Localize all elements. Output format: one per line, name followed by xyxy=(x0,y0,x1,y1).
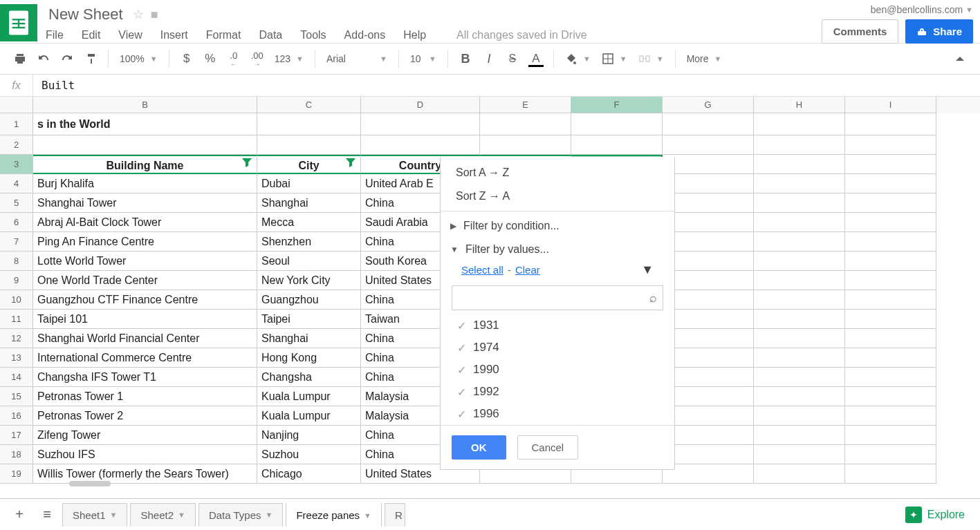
cell[interactable]: Seoul xyxy=(257,252,361,271)
formula-input[interactable]: Built xyxy=(33,79,83,92)
menu-tools[interactable]: Tools xyxy=(300,29,326,41)
cell-E1[interactable] xyxy=(480,113,571,135)
menu-view[interactable]: View xyxy=(118,29,142,41)
tab-sheet1[interactable]: Sheet1▼ xyxy=(62,503,127,527)
cell[interactable] xyxy=(845,271,936,290)
document-title[interactable]: New Sheet xyxy=(46,4,126,25)
cell[interactable] xyxy=(845,329,936,348)
filter-by-values[interactable]: ▼Filter by values... xyxy=(441,238,674,261)
menu-insert[interactable]: Insert xyxy=(160,29,188,41)
cell[interactable]: Lotte World Tower xyxy=(33,252,257,271)
row-header[interactable]: 18 xyxy=(0,445,33,464)
row-header[interactable]: 12 xyxy=(0,329,33,348)
cell[interactable] xyxy=(663,290,754,310)
row-header[interactable]: 6 xyxy=(0,213,33,232)
row-header[interactable]: 7 xyxy=(0,232,33,252)
explore-button[interactable]: ✦ Explore xyxy=(897,507,973,523)
row-header-3[interactable]: 3 xyxy=(0,155,33,174)
cell[interactable]: New York City xyxy=(257,271,361,290)
row-header[interactable]: 14 xyxy=(0,368,33,387)
cell[interactable] xyxy=(663,406,754,426)
cell[interactable]: Guangzhou CTF Finance Centre xyxy=(33,290,257,310)
cell[interactable]: Zifeng Tower xyxy=(33,426,257,445)
cell[interactable] xyxy=(845,426,936,445)
cell[interactable]: Mecca xyxy=(257,213,361,232)
cell-C1[interactable] xyxy=(257,113,361,135)
cell-H1[interactable] xyxy=(754,113,845,135)
cell[interactable]: Willis Tower (formerly the Sears Tower) xyxy=(33,464,257,484)
font-select[interactable]: Arial▼ xyxy=(322,53,391,64)
col-header-G[interactable]: G xyxy=(663,97,754,113)
fill-color-icon[interactable]: ▼ xyxy=(561,53,595,65)
cell[interactable] xyxy=(663,348,754,368)
cell[interactable] xyxy=(754,368,845,387)
filter-icon[interactable] xyxy=(345,155,356,174)
sheets-logo[interactable] xyxy=(0,4,37,41)
row-header[interactable]: 10 xyxy=(0,290,33,310)
cell[interactable] xyxy=(845,213,936,232)
cell[interactable] xyxy=(754,174,845,193)
cell-D1[interactable] xyxy=(361,113,480,135)
filter-value-item[interactable]: ✓1990 xyxy=(452,359,669,381)
funnel-icon[interactable]: ▼ xyxy=(641,263,654,277)
filter-value-item[interactable]: ✓1931 xyxy=(452,314,669,337)
cell[interactable]: Nanjing xyxy=(257,426,361,445)
col-header-I[interactable]: I xyxy=(845,97,936,113)
row-header[interactable]: 16 xyxy=(0,406,33,426)
star-icon[interactable]: ☆ xyxy=(133,7,144,22)
sort-az[interactable]: Sort A → Z xyxy=(441,161,674,184)
cell[interactable]: Shanghai xyxy=(257,329,361,348)
cell[interactable] xyxy=(845,464,936,484)
cell[interactable] xyxy=(754,464,845,484)
filter-search[interactable]: ⌕ xyxy=(452,285,663,310)
move-folder-icon[interactable]: ■ xyxy=(151,8,158,22)
cell[interactable]: Burj Khalifa xyxy=(33,174,257,193)
cell[interactable] xyxy=(845,193,936,213)
row-header[interactable]: 9 xyxy=(0,271,33,290)
cell[interactable]: Abraj Al-Bait Clock Tower xyxy=(33,213,257,232)
bold-icon[interactable]: B xyxy=(455,48,476,69)
col-header-B[interactable]: B xyxy=(33,97,257,113)
row-header[interactable]: 8 xyxy=(0,252,33,271)
horizontal-scrollbar[interactable] xyxy=(69,481,111,486)
cell[interactable] xyxy=(845,290,936,310)
header-building-name[interactable]: Building Name xyxy=(33,155,257,174)
cell[interactable] xyxy=(663,213,754,232)
cell[interactable]: Guangzhou xyxy=(257,290,361,310)
text-color-icon[interactable]: A xyxy=(526,48,546,69)
cell[interactable]: Changsha IFS Tower T1 xyxy=(33,368,257,387)
cell[interactable]: Shanghai World Financial Center xyxy=(33,329,257,348)
currency-icon[interactable]: $ xyxy=(176,48,197,69)
row-header[interactable]: 4 xyxy=(0,174,33,193)
cell[interactable] xyxy=(845,252,936,271)
menu-help[interactable]: Help xyxy=(403,29,426,41)
col-header-E[interactable]: E xyxy=(480,97,571,113)
cell[interactable] xyxy=(663,174,754,193)
borders-icon[interactable]: ▼ xyxy=(598,53,631,65)
col-header-H[interactable]: H xyxy=(754,97,845,113)
row-header[interactable]: 17 xyxy=(0,426,33,445)
all-sheets-icon[interactable]: ≡ xyxy=(35,502,59,527)
cell[interactable] xyxy=(754,252,845,271)
row-header-1[interactable]: 1 xyxy=(0,113,33,135)
cell[interactable] xyxy=(663,252,754,271)
cell[interactable] xyxy=(754,310,845,329)
cell[interactable] xyxy=(845,387,936,406)
share-button[interactable]: Share xyxy=(905,19,973,44)
redo-icon[interactable] xyxy=(57,48,77,69)
collapse-toolbar-icon[interactable] xyxy=(950,48,970,69)
cell[interactable] xyxy=(663,232,754,252)
cell[interactable] xyxy=(845,368,936,387)
cell[interactable] xyxy=(754,406,845,426)
increase-decimal-icon[interactable]: .00→ xyxy=(247,48,268,69)
cell[interactable] xyxy=(663,271,754,290)
cell[interactable] xyxy=(663,310,754,329)
tab-sheet2[interactable]: Sheet2▼ xyxy=(130,503,195,527)
italic-icon[interactable]: I xyxy=(479,48,499,69)
cell[interactable] xyxy=(845,310,936,329)
cell[interactable] xyxy=(754,329,845,348)
header-city[interactable]: City xyxy=(257,155,361,174)
cell-I1[interactable] xyxy=(845,113,936,135)
cell[interactable]: Shanghai Tower xyxy=(33,193,257,213)
cell[interactable] xyxy=(663,426,754,445)
